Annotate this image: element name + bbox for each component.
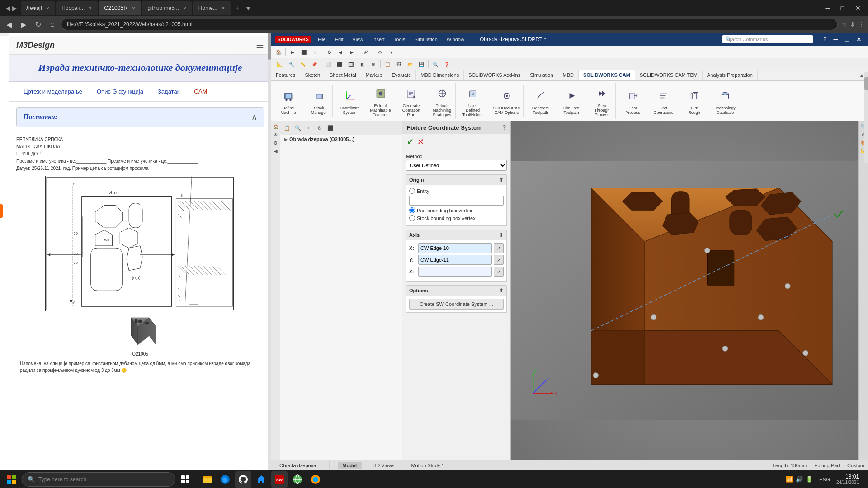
sw-status-tab-3d[interactable]: 3D Views <box>369 462 399 469</box>
user-defined-btn[interactable]: U <box>464 84 482 103</box>
sw-cmd-b4[interactable]: 📌 <box>309 59 320 69</box>
fixture-options-header[interactable]: Options ⬆ <box>406 285 507 296</box>
tab-forward-btn[interactable]: ▶ <box>12 5 17 12</box>
tab-close-2[interactable]: ✕ <box>88 5 92 11</box>
sw-strip-settings[interactable]: ⚙ <box>272 139 279 146</box>
sw-menu-simulation[interactable]: Simulation <box>411 37 440 42</box>
tab-mbd2[interactable]: MBD <box>558 70 579 80</box>
feature-btn-3[interactable]: + <box>304 123 314 133</box>
sw-status-tab-file[interactable]: Obrada dzepova <box>275 462 321 469</box>
back-btn[interactable]: ◀ <box>4 19 14 30</box>
settings-icon[interactable]: ⋮ <box>858 21 864 28</box>
tab-sw-cam-tbm[interactable]: SOLIDWORKS CAM TBM <box>635 70 703 80</box>
define-machine-btn[interactable] <box>279 87 297 105</box>
reload-btn[interactable]: ↻ <box>33 19 44 30</box>
generate-toolpath-btn[interactable] <box>532 87 550 105</box>
app-home[interactable] <box>253 471 269 488</box>
home-btn[interactable]: ⌂ <box>47 19 57 29</box>
app-browser[interactable] <box>289 471 306 488</box>
sw-help-btn[interactable]: ? <box>820 35 829 44</box>
close-btn[interactable]: ✕ <box>850 3 866 14</box>
radio-part-bbox[interactable] <box>409 207 415 213</box>
hamburger-icon[interactable]: ☰ <box>256 40 264 51</box>
new-tab-btn[interactable]: + <box>231 4 243 12</box>
app-edge[interactable] <box>217 471 233 488</box>
sw-cmd-8[interactable]: 🖊 <box>360 47 371 57</box>
app-firefox[interactable] <box>307 471 324 488</box>
radio-entity[interactable] <box>409 188 415 194</box>
post-process-btn[interactable] <box>624 87 642 105</box>
sw-cmd-6[interactable]: ◀ <box>335 47 346 57</box>
bookmark-btn[interactable]: ☆ <box>841 21 847 28</box>
lang-indicator[interactable]: ENG <box>816 477 833 482</box>
sw-cmd-c5[interactable]: ⊞ <box>368 59 379 69</box>
fixture-radio-stock[interactable]: Stock bounding box vertex <box>409 215 504 221</box>
sw-cmd-e1[interactable]: 🔍 <box>430 59 441 69</box>
x-axis-input[interactable] <box>418 243 492 253</box>
app-solidworks[interactable]: SW <box>271 471 288 488</box>
address-bar[interactable]: file:///F:/Skolska_2021_2022/Web/haas/o2… <box>61 19 838 30</box>
sw-cmd-e2[interactable]: ❓ <box>441 59 452 69</box>
sort-operations-btn[interactable] <box>655 87 673 105</box>
tab-sheet-metal[interactable]: Sheet Metal <box>325 70 361 80</box>
show-desktop-btn[interactable] <box>863 471 864 488</box>
tab-back-btn[interactable]: ◀ <box>5 5 10 12</box>
tab-close-1[interactable]: ✕ <box>46 5 50 11</box>
generate-plan-btn[interactable] <box>402 84 420 103</box>
sw-cmd-c2[interactable]: ⬛ <box>334 59 345 69</box>
sw-close-btn[interactable]: ✕ <box>854 35 864 44</box>
radio-stock-bbox[interactable] <box>409 215 415 221</box>
tab-close-5[interactable]: ✕ <box>221 5 225 11</box>
tab-evaluate[interactable]: Evaluate <box>387 70 416 80</box>
fixture-axis-header[interactable]: Axis ⬆ <box>406 230 507 240</box>
task-view-btn[interactable] <box>177 471 193 488</box>
battery-icon[interactable]: 🔋 <box>806 476 813 483</box>
nav-cam[interactable]: CAM <box>187 85 214 98</box>
fixture-ok-btn[interactable]: ✔ <box>407 137 414 147</box>
sw-cmd-d4[interactable]: 💾 <box>416 59 427 69</box>
sw-strip-hide[interactable]: ◀ <box>272 147 279 155</box>
sw-cmd-c4[interactable]: ◧ <box>357 59 368 69</box>
tab-markup[interactable]: Markup <box>361 70 387 80</box>
coordinate-system-btn[interactable] <box>341 87 359 105</box>
x-axis-select-btn[interactable]: ↗ <box>494 243 504 253</box>
fwd-btn[interactable]: ▶ <box>18 19 29 30</box>
sw-cmd-5[interactable]: ⚙ <box>324 47 335 57</box>
tab-sw-addins[interactable]: SOLIDWORKS Add-Ins <box>464 70 525 80</box>
sw-cmd-2[interactable]: ▶ <box>287 47 298 57</box>
sw-cmd-d3[interactable]: 📂 <box>405 59 415 69</box>
sw-status-tab-motion[interactable]: Motion Study 1 <box>406 462 449 469</box>
sw-menu-file[interactable]: File <box>315 37 329 42</box>
taskbar-search[interactable]: 🔍 Type here to search <box>22 472 175 487</box>
network-icon[interactable]: 📶 <box>786 476 793 483</box>
tab-sw-cam[interactable]: SOLIDWORKS CAM <box>579 70 635 80</box>
z-axis-input[interactable] <box>418 267 492 277</box>
sw-strip-eye[interactable]: 👁 <box>272 131 279 138</box>
browser-tab-3[interactable]: O21005!× ✕ <box>99 1 141 15</box>
sw-cmd-4[interactable]: ◽ <box>310 47 321 57</box>
z-axis-select-btn[interactable]: ↗ <box>494 267 504 277</box>
fixture-method-select[interactable]: User Defined <box>406 160 507 171</box>
browser-tab-1[interactable]: Лежај! ✕ <box>21 1 55 15</box>
sw-cmd-b3[interactable]: 📏 <box>297 59 308 69</box>
y-axis-input[interactable] <box>418 255 492 265</box>
cam-options-btn[interactable] <box>498 87 516 105</box>
sw-search-bar[interactable]: 🔍 Search Commands <box>722 35 813 43</box>
tree-item-root[interactable]: ▶ Obrada dzepova (O21005...) <box>280 135 402 143</box>
minimize-btn[interactable]: ─ <box>820 3 835 14</box>
browser-tab-2[interactable]: Прорач... ✕ <box>56 1 98 15</box>
accordion-header[interactable]: Поставка: ∧ <box>17 108 264 127</box>
default-strategies-btn[interactable] <box>433 84 451 103</box>
scroll-bar[interactable] <box>268 33 271 470</box>
feature-btn-4[interactable]: ⚙ <box>315 123 325 133</box>
sw-menu-edit[interactable]: Edit <box>332 37 346 42</box>
tab-analysis[interactable]: Analysis Preparation <box>703 70 758 80</box>
nav-gfunc[interactable]: Опис G функција <box>90 85 151 98</box>
tab-close-4[interactable]: ✕ <box>183 5 187 11</box>
sw-cmd-7[interactable]: ▶ <box>346 47 357 57</box>
sw-restore-btn[interactable]: □ <box>843 35 852 44</box>
sw-cmd-1[interactable]: 🏠 <box>273 47 284 57</box>
maximize-btn[interactable]: □ <box>835 3 850 14</box>
tab-mbd[interactable]: MBD Dimensions <box>416 70 464 80</box>
sw-cmd-9[interactable]: ⚙ <box>374 47 385 57</box>
